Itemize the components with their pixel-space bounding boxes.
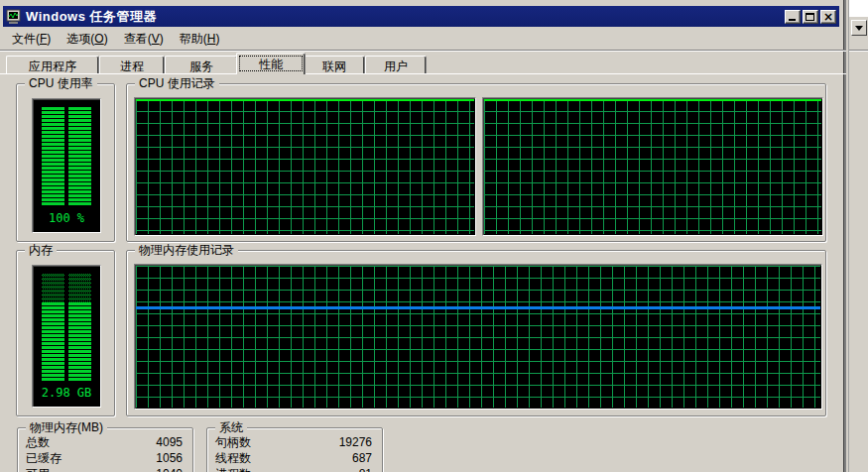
menu-view[interactable]: 查看(V) [116,29,172,50]
chevron-down-icon [855,26,863,31]
stat-label: 已缓存 [26,450,156,466]
cpu2-grid [484,99,821,234]
stat-label: 句柄数 [215,434,339,450]
memory-group: 内存 2.98 GB [16,250,115,416]
system-stats-title: 系统 [215,420,247,434]
physical-memory-stats-title: 物理内存(MB) [26,420,107,434]
menu-view-post: ) [160,32,164,46]
host-strip-top [849,0,868,17]
tab-performance[interactable]: 性能 [236,53,306,74]
cpu-history-group-title: CPU 使用记录 [135,76,219,90]
stat-row-total: 总数4095 [18,434,192,450]
cpu-usage-gauge: 100 % [32,98,101,233]
system-stats-group: 系统 句柄数19276 线程数687 进程数81 [206,427,383,472]
tab-users[interactable]: 用户 [365,56,427,74]
cpu-history-group: CPU 使用记录 [126,83,826,242]
stat-row-cached: 已缓存1056 [18,450,192,466]
memory-group-title: 内存 [25,243,57,257]
menu-file[interactable]: 文件(F) [4,29,59,50]
stat-value: 81 [359,466,372,472]
menu-help-pre: 帮助( [180,32,207,46]
memory-gauge: 2.98 GB [32,265,101,408]
menu-view-hotkey: V [152,32,160,46]
cpu1-grid [136,99,474,234]
menu-file-post: ) [47,32,51,46]
stat-row-available: 可用1040 [18,466,192,472]
menu-divider [0,50,846,52]
stat-value: 1056 [156,450,183,466]
menu-options[interactable]: 选项(O) [59,29,115,50]
title-bar[interactable]: Windows 任务管理器 × [3,6,839,27]
stat-row-processes: 进程数81 [207,466,382,472]
title-controls: × [785,10,836,24]
menu-help[interactable]: 帮助(H) [172,29,228,50]
close-button[interactable]: × [820,10,836,24]
stat-row-threads: 线程数687 [207,450,382,466]
physical-memory-stats-group: 物理内存(MB) 总数4095 已缓存1056 可用1040 [17,427,193,472]
stat-label: 可用 [26,466,156,472]
maximize-icon [806,13,814,21]
cpu-led-bars [42,107,91,206]
tab-bar: 应用程序 进程 服务 性能 联网 用户 [6,53,840,74]
system-rows: 句柄数19276 线程数687 进程数81 [207,434,382,472]
menu-options-hotkey: O [94,32,103,46]
menu-bar: 文件(F) 选项(O) 查看(V) 帮助(H) [4,29,840,49]
menu-file-pre: 文件( [12,32,40,46]
memory-usage-line [136,306,820,309]
memory-usage-value: 2.98 GB [33,386,100,400]
stat-label: 总数 [26,434,156,450]
stat-value: 687 [352,450,372,466]
stat-label: 进程数 [215,466,359,472]
menu-help-post: ) [215,32,219,46]
cpu-history-graph-2 [482,97,823,236]
memory-led-column [42,274,64,381]
close-icon: × [821,10,835,24]
host-dropdown-button[interactable] [851,20,867,36]
memory-history-graph [134,264,822,410]
minimize-button[interactable] [785,10,801,24]
minimize-icon [789,19,796,21]
menu-options-pre: 选项( [66,32,94,46]
stat-row-handles: 句柄数19276 [207,434,382,450]
task-manager-window: Windows 任务管理器 × 文件(F) 选项(O) 查看(V) 帮助(H) … [0,0,846,472]
cpu2-usage-line [484,99,821,101]
maximize-button[interactable] [803,10,818,24]
cpu-usage-group-title: CPU 使用率 [25,76,97,90]
tab-services[interactable]: 服务 [165,56,238,74]
cpu-led-column [68,107,91,206]
memory-grid [136,266,820,408]
cpu-led-column [42,107,64,206]
host-side-strip [848,0,868,472]
menu-options-post: ) [104,32,108,46]
memory-history-group-title: 物理内存使用记录 [135,243,238,257]
task-manager-icon [6,9,22,25]
window-title: Windows 任务管理器 [26,8,157,26]
stat-value: 19276 [339,434,372,450]
cpu1-usage-line [136,99,474,101]
cpu-usage-value: 100 % [33,211,100,225]
host-strip-divider [849,50,868,52]
tab-networking[interactable]: 联网 [304,56,365,74]
cpu-history-graph-1 [134,97,476,236]
stat-value: 1040 [156,466,183,472]
tab-applications[interactable]: 应用程序 [6,56,99,74]
cpu-usage-group: CPU 使用率 100 % [16,83,115,242]
memory-led-column [68,274,91,381]
stat-label: 线程数 [215,450,352,466]
stat-value: 4095 [156,434,183,450]
memory-history-group: 物理内存使用记录 [126,250,826,416]
menu-view-pre: 查看( [124,32,152,46]
tab-baseline [0,73,846,74]
physical-memory-rows: 总数4095 已缓存1056 可用1040 [18,434,192,472]
memory-led-bars [42,274,91,381]
tab-processes[interactable]: 进程 [99,56,165,74]
